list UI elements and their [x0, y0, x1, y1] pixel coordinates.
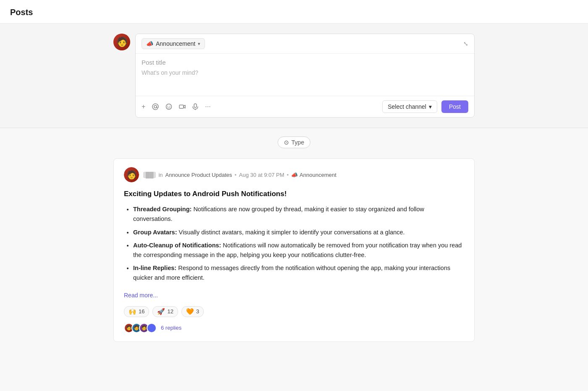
post-button[interactable]: Post	[441, 100, 468, 113]
svg-point-0	[154, 105, 157, 108]
list-item: Threaded Grouping: Notifications are now…	[133, 205, 464, 224]
list-item: Group Avatars: Visually distinct avatars…	[133, 228, 464, 237]
composer-footer: +	[136, 96, 474, 117]
select-channel-button[interactable]: Select channel ▾	[382, 100, 437, 113]
avatar-image: 🧑	[113, 34, 130, 50]
post-avatar: 🧑	[124, 167, 139, 182]
bullet-bold-1: Threaded Grouping:	[133, 206, 192, 213]
dot-separator-2: •	[287, 172, 289, 178]
type-filter-label: Type	[291, 139, 304, 146]
reaction-emoji-2: 🧡	[186, 308, 194, 315]
post-title-input[interactable]: Post title	[142, 59, 468, 66]
at-icon[interactable]	[152, 103, 159, 110]
select-channel-chevron-icon: ▾	[429, 103, 432, 110]
reaction-count-0: 16	[139, 308, 144, 315]
chevron-down-icon: ▾	[198, 41, 200, 47]
emoji-icon[interactable]	[165, 103, 172, 110]
reactions-row: 🙌 16 🚀 12 🧡 3	[124, 306, 464, 317]
composer-section: 🧑 📣 Announcement ▾ ⤡ Post title What's o…	[0, 24, 588, 128]
reaction-count-1: 12	[167, 308, 173, 315]
replies-row: 🧑 🧑 🧑 6 replies	[124, 323, 464, 333]
reaction-pill-1[interactable]: 🚀 12	[152, 306, 178, 317]
toolbar-right: Select channel ▾ Post	[382, 100, 468, 113]
composer-box: 📣 Announcement ▾ ⤡ Post title What's on …	[135, 34, 475, 118]
bullet-bold-2: Group Avatars:	[133, 229, 177, 236]
svg-rect-4	[179, 105, 184, 108]
svg-rect-5	[194, 104, 197, 108]
bullet-bold-3: Auto-Cleanup of Notifications:	[133, 242, 221, 249]
reaction-emoji-1: 🚀	[157, 308, 165, 315]
dot-separator: •	[235, 172, 237, 178]
reaction-pill-0[interactable]: 🙌 16	[124, 306, 149, 317]
replies-count[interactable]: 6 replies	[161, 325, 181, 331]
reply-avatar-4	[147, 323, 157, 333]
post-in-label: in	[158, 172, 163, 178]
reply-avatars: 🧑 🧑 🧑	[124, 323, 157, 333]
post-meta-info: ██ in Announce Product Updates • Aug 30 …	[143, 172, 336, 178]
post-body-input[interactable]: What's on your mind?	[142, 69, 468, 76]
composer-header: 📣 Announcement ▾ ⤡	[136, 34, 474, 54]
post-bullet-list: Threaded Grouping: Notifications are now…	[124, 205, 464, 283]
post-timestamp: Aug 30 at 9:07 PM	[239, 172, 284, 178]
posts-list: 🧑 ██ in Announce Product Updates • Aug 3…	[0, 157, 588, 354]
expand-icon[interactable]: ⤡	[463, 40, 468, 47]
select-channel-label: Select channel	[388, 103, 426, 110]
toolbar-icons: +	[142, 103, 211, 110]
announcement-tag: 📣 Announcement	[291, 172, 336, 178]
plus-icon[interactable]: +	[142, 103, 145, 110]
composer-avatar: 🧑	[113, 34, 130, 50]
announcement-label: Announcement	[156, 40, 195, 47]
page-title: Posts	[0, 0, 588, 24]
reaction-emoji-0: 🙌	[129, 308, 136, 315]
read-more-link[interactable]: Read more...	[124, 291, 158, 300]
bullet-text-2: Visually distinct avatars, making it sim…	[177, 229, 404, 236]
post-meta: 🧑 ██ in Announce Product Updates • Aug 3…	[124, 167, 464, 182]
type-filter-button[interactable]: ⊙ Type	[278, 136, 310, 148]
svg-point-3	[170, 106, 171, 107]
reaction-pill-2[interactable]: 🧡 3	[181, 306, 204, 317]
post-meta-top: ██ in Announce Product Updates • Aug 30 …	[143, 172, 336, 178]
more-icon[interactable]: ···	[205, 103, 210, 110]
svg-point-1	[166, 104, 172, 110]
announcement-tag-icon: 📣	[291, 172, 298, 178]
post-card: 🧑 ██ in Announce Product Updates • Aug 3…	[113, 158, 475, 342]
list-item: In-line Replies: Respond to messages dir…	[133, 263, 464, 283]
announcement-badge-button[interactable]: 📣 Announcement ▾	[142, 38, 205, 49]
reaction-count-2: 3	[196, 308, 199, 315]
announcement-icon: 📣	[146, 40, 153, 47]
video-icon[interactable]	[179, 103, 186, 110]
bullet-bold-4: In-line Replies:	[133, 265, 176, 271]
post-channel: Announce Product Updates	[165, 172, 232, 178]
post-content: Exciting Updates to Android Push Notific…	[124, 188, 464, 300]
post-author: ██	[143, 172, 156, 178]
post-title-text: Exciting Updates to Android Push Notific…	[124, 188, 464, 199]
svg-point-2	[168, 106, 168, 107]
list-item: Auto-Cleanup of Notifications: Notificat…	[133, 241, 464, 260]
announcement-tag-label: Announcement	[299, 172, 336, 178]
composer-wrapper: 🧑 📣 Announcement ▾ ⤡ Post title What's o…	[113, 34, 475, 118]
mic-icon[interactable]	[192, 103, 198, 110]
filter-section: ⊙ Type	[0, 128, 588, 157]
composer-body: Post title What's on your mind?	[136, 54, 474, 96]
bullet-text-4: Respond to messages directly from the no…	[133, 265, 450, 281]
filter-icon: ⊙	[284, 139, 289, 146]
post-avatar-image: 🧑	[124, 167, 139, 182]
